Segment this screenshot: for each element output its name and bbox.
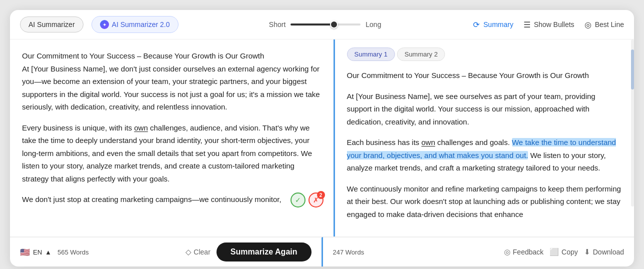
left-panel-text: Our Commitment to Your Success – Because… (22, 50, 322, 206)
copy-icon: ⬜ (550, 248, 559, 256)
toolbar: AI Summarizer ✦ AI Summarizer 2.0 Short … (10, 10, 634, 40)
summary-tab-1[interactable]: Summary 1 (347, 48, 395, 61)
download-button[interactable]: ⬇ Download (584, 248, 624, 256)
slider-short-label: Short (269, 20, 286, 28)
summary-paragraph-1: At [Your Business Name], we see ourselve… (347, 90, 622, 128)
right-bottom-bar: 247 Words ◎ Feedback ⬜ Copy ⬇ Download (323, 237, 634, 266)
right-panel-scroll[interactable]: Summary 1 Summary 2 Our Commitment to Yo… (335, 40, 634, 236)
right-word-count: 247 Words (333, 248, 364, 256)
left-panel: Our Commitment to Your Success – Because… (10, 40, 335, 236)
flag-icon: 🇺🇸 (20, 248, 30, 257)
underline-own-right: own (422, 138, 436, 146)
summary-text: Our Commitment to Your Success – Because… (347, 69, 622, 220)
download-icon: ⬇ (584, 248, 590, 256)
slider-track[interactable] (290, 24, 360, 26)
right-panel: Summary 1 Summary 2 Our Commitment to Yo… (335, 40, 634, 236)
feedback-button[interactable]: ◎ Feedback (504, 248, 544, 256)
bestline-icon: ◎ (584, 20, 592, 29)
floating-icons: ✓ ✗ 2 (290, 192, 324, 208)
tab-ai-summarizer-2[interactable]: ✦ AI Summarizer 2.0 (92, 16, 178, 33)
best-line-btn[interactable]: ◎ Best Line (584, 20, 624, 29)
feedback-icon: ◎ (504, 248, 510, 256)
reject-badge: 2 (317, 191, 325, 199)
summary-tabs: Summary 1 Summary 2 (347, 48, 622, 61)
underline-own-left: own (134, 124, 148, 132)
summary-paragraph-3: We continuously monitor and refine marke… (347, 182, 622, 221)
caret-up-icon: ▲ (45, 248, 52, 256)
right-actions: ◎ Feedback ⬜ Copy ⬇ Download (504, 248, 624, 256)
summary-action-btn[interactable]: ⟳ Summary (472, 20, 514, 29)
ai-icon: ✦ (100, 20, 109, 29)
language-selector[interactable]: 🇺🇸 EN ▲ (20, 248, 52, 257)
highlighted-sentence: We take the time to understand your bran… (347, 138, 616, 160)
slider-long-label: Long (366, 20, 381, 28)
summary-heading: Our Commitment to Your Success – Because… (347, 69, 622, 82)
bottom-bar-row: 🇺🇸 EN ▲ 565 Words ◇ Clear Summarize Agai… (10, 236, 634, 266)
left-paragraph-1: Our Commitment to Your Success – Because… (22, 50, 322, 114)
right-scrollbar-thumb (631, 50, 634, 90)
clear-icon: ◇ (186, 248, 192, 256)
content-area: Our Commitment to Your Success – Because… (10, 40, 634, 236)
summary-paragraph-2: Each business has its own challenges and… (347, 136, 622, 174)
bullets-icon: ☰ (522, 20, 532, 29)
slider-thumb[interactable] (330, 20, 338, 28)
left-paragraph-3: We don't just stop at creating marketing… (22, 193, 322, 206)
show-bullets-btn[interactable]: ☰ Show Bullets (522, 20, 574, 29)
left-bottom-bar: 🇺🇸 EN ▲ 565 Words ◇ Clear Summarize Agai… (10, 237, 323, 266)
slider-fill (290, 24, 334, 26)
summarize-again-button[interactable]: Summarize Again (216, 242, 312, 262)
toolbar-actions: ⟳ Summary ☰ Show Bullets ◎ Best Line (472, 20, 624, 29)
accept-icon[interactable]: ✓ (290, 192, 306, 208)
right-scrollbar[interactable] (631, 40, 634, 206)
summary-tab-2[interactable]: Summary 2 (397, 48, 445, 61)
left-word-count: 565 Words (58, 248, 89, 256)
summary-icon: ⟳ (472, 20, 481, 29)
length-slider-section: Short Long (186, 20, 464, 28)
left-paragraph-2: Every business is unique, with its own c… (22, 122, 322, 186)
reject-icon[interactable]: ✗ 2 (308, 192, 324, 208)
copy-button[interactable]: ⬜ Copy (550, 248, 578, 256)
tab-ai-summarizer[interactable]: AI Summarizer (20, 16, 84, 32)
main-container: AI Summarizer ✦ AI Summarizer 2.0 Short … (10, 10, 634, 266)
clear-button[interactable]: ◇ Clear (186, 248, 210, 256)
